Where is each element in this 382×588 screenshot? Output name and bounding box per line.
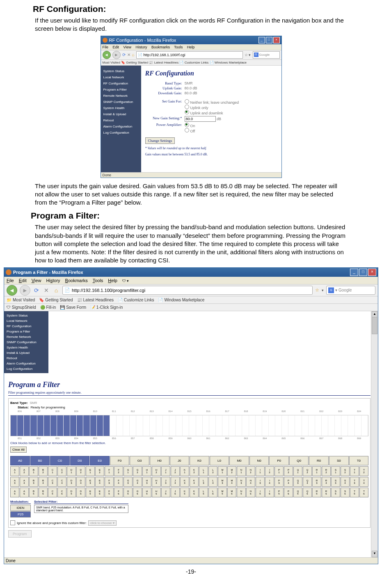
radio-uplink[interactable] (185, 105, 189, 109)
subband-button-h5[interactable]: H5 (142, 488, 151, 497)
menu-bookmarks[interactable]: Bookmarks (151, 45, 170, 49)
spectrum-block[interactable] (328, 415, 335, 436)
spectrum-block[interactable] (361, 415, 368, 436)
band-button-l0[interactable]: L0 (210, 456, 229, 465)
spectrum-block[interactable] (196, 415, 203, 436)
subband-button-d6[interactable]: D6 (76, 488, 85, 497)
subband-button-a6[interactable]: A6 (20, 488, 29, 497)
spectrum-block[interactable] (64, 415, 70, 436)
subband-button-a5[interactable]: A5 (10, 488, 19, 497)
subband-button-i3[interactable]: I3 (256, 477, 265, 487)
subband-button-i6[interactable]: I6 (265, 488, 274, 497)
spectrum-block[interactable] (123, 415, 130, 436)
band-button-q0[interactable]: Q0 (289, 456, 309, 465)
ignore-checkbox[interactable] (10, 520, 15, 525)
subband-button-b3[interactable]: B3 (29, 477, 38, 487)
subband-button-p1[interactable]: P1 (274, 466, 284, 476)
band-button-m0[interactable]: M0 (229, 456, 249, 465)
menu-item[interactable]: History (46, 278, 60, 283)
signupshield-icon[interactable]: 🛡 SignupShield (7, 305, 36, 310)
spectrum-block[interactable] (242, 415, 249, 436)
menu-item[interactable]: Tools (93, 278, 103, 283)
saveform-button[interactable]: 💾 Save Form (60, 305, 86, 310)
subband-button-j6[interactable]: J6 (171, 488, 180, 497)
spectrum-block[interactable] (97, 415, 103, 436)
subband-button-m2[interactable]: M2 (227, 466, 236, 476)
menu-item[interactable]: Help (108, 278, 117, 283)
subband-button-k3[interactable]: K3 (180, 477, 189, 487)
sidebar-item-reboot[interactable]: Reboot (101, 117, 141, 123)
bm-most-visited[interactable]: 📁 Most Visited (7, 298, 35, 302)
spectrum-block[interactable] (183, 415, 189, 436)
subband-button-e3[interactable]: E3 (86, 477, 95, 487)
band-button-k0[interactable]: K0 (190, 456, 209, 465)
subband-button-s6[interactable]: S6 (341, 488, 350, 497)
spectrum-block[interactable] (355, 415, 361, 436)
subband-button-h4[interactable]: H4 (152, 477, 161, 487)
subband-button-h1[interactable]: H1 (142, 466, 151, 476)
fillin-button[interactable]: 🟢 Fill-in (40, 305, 56, 310)
subband-button-m1[interactable]: M1 (218, 466, 227, 476)
spectrum-block[interactable] (117, 415, 123, 436)
subband-button-a4[interactable]: A4 (20, 477, 29, 487)
band-button-g0[interactable]: G0 (130, 456, 149, 465)
back-button[interactable]: ◄ (103, 51, 111, 59)
sidebar-item-rf-configuration[interactable]: RF Configuration (4, 324, 48, 329)
subband-button-b6[interactable]: B6 (39, 488, 48, 497)
forward-button[interactable]: ► (112, 51, 121, 59)
subband-button-p6[interactable]: P6 (284, 488, 293, 497)
subband-button-b5[interactable]: B5 (29, 488, 38, 497)
menu-item[interactable]: Bookmarks (65, 278, 88, 283)
menu-help[interactable]: Help (187, 45, 195, 49)
close-button[interactable]: × (368, 269, 376, 276)
spectrum-block[interactable] (17, 415, 24, 436)
subband-button-p3[interactable]: P3 (274, 477, 284, 487)
new-gain-input[interactable] (185, 116, 216, 122)
subband-button-f4[interactable]: F4 (114, 477, 123, 487)
back-button[interactable]: ◄ (7, 285, 17, 296)
subband-button-r2[interactable]: R2 (322, 466, 331, 476)
band-button-n0[interactable]: N0 (249, 456, 269, 465)
spectrum-block[interactable] (50, 415, 57, 436)
subband-button-j1[interactable]: J1 (161, 466, 170, 476)
band-button-b0[interactable]: B0 (30, 456, 50, 465)
spectrum-block[interactable] (203, 415, 209, 436)
subband-button-g4[interactable]: G4 (133, 477, 142, 487)
subband-button-j3[interactable]: J3 (161, 477, 170, 487)
spectrum-block[interactable] (11, 415, 17, 436)
subband-button-p4[interactable]: P4 (284, 477, 293, 487)
scroll-thumb[interactable] (372, 317, 377, 334)
band-button-a0[interactable]: A0 (10, 456, 30, 465)
subband-button-g3[interactable]: G3 (124, 477, 133, 487)
subband-button-h6[interactable]: H6 (152, 488, 161, 497)
subband-button-q5[interactable]: Q5 (293, 488, 302, 497)
subband-button-h2[interactable]: H2 (152, 466, 161, 476)
subband-button-j4[interactable]: J4 (171, 477, 180, 487)
menu-history[interactable]: History (135, 45, 147, 49)
spectrum-block[interactable] (37, 415, 44, 436)
subband-button-i5[interactable]: I5 (256, 488, 265, 497)
radio-both[interactable] (185, 110, 189, 114)
subband-button-e2[interactable]: E2 (95, 466, 104, 476)
spectrum-block[interactable] (256, 415, 262, 436)
subband-button-s4[interactable]: S4 (341, 477, 350, 487)
subband-button-m4[interactable]: M4 (227, 477, 236, 487)
subband-button-n2[interactable]: N2 (246, 466, 255, 476)
scrollbar[interactable]: ▲ ▼ (371, 311, 378, 557)
home-icon[interactable]: ⌂ (132, 52, 135, 57)
subband-button-f2[interactable]: F2 (114, 466, 123, 476)
sidebar-item-snmp[interactable]: SNMP Configuration (4, 340, 48, 345)
spectrum-block[interactable] (136, 415, 143, 436)
scroll-down-icon[interactable]: ▼ (372, 551, 377, 557)
subband-button-r5[interactable]: R5 (312, 488, 321, 497)
url-input[interactable]: 📄http://192.168.1.100/rf.cgi (136, 51, 243, 59)
subband-button-k6[interactable]: K6 (190, 488, 199, 497)
subband-button-s5[interactable]: S5 (331, 488, 340, 497)
sidebar-item-remote-network[interactable]: Remote Network (101, 93, 141, 99)
sidebar-item-program-filter[interactable]: Program a Filter (101, 87, 141, 93)
subband-button-b2[interactable]: B2 (39, 466, 48, 476)
spectrum-block[interactable] (30, 415, 37, 436)
subband-button-f5[interactable]: F5 (105, 488, 114, 497)
spectrum-block[interactable] (222, 415, 229, 436)
spectrum-block[interactable] (249, 415, 256, 436)
